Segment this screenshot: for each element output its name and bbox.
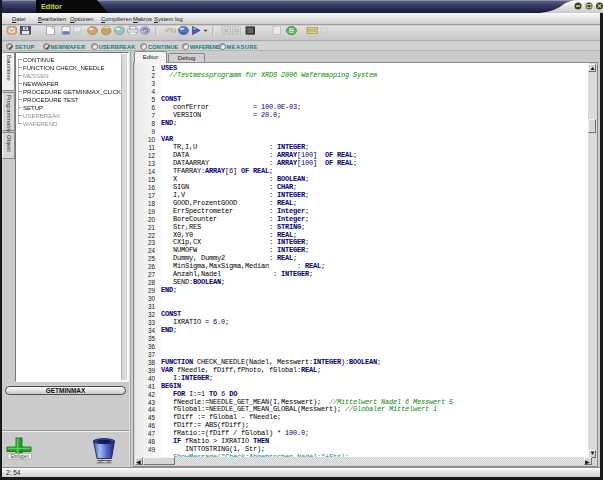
svg-text:entfernen: entfernen — [96, 461, 111, 464]
svg-text:Editor: Editor — [41, 2, 62, 11]
svg-text:Einfügen: Einfügen — [11, 454, 30, 459]
